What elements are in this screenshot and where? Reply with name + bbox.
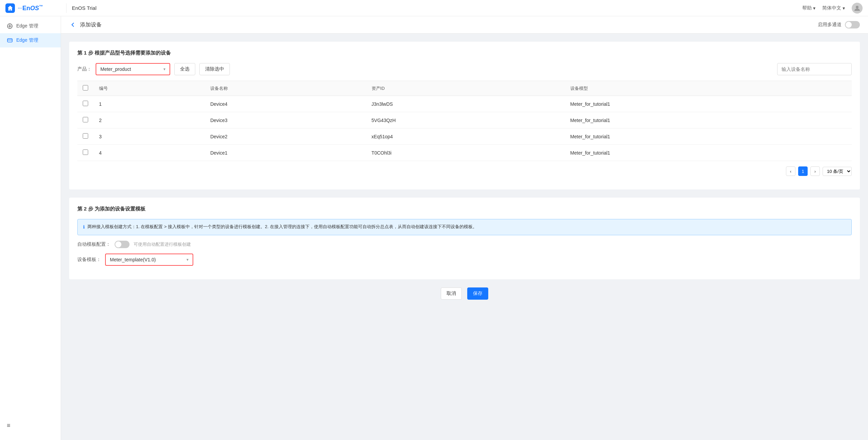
svg-point-0 bbox=[856, 6, 859, 8]
cell-device-name: Device4 bbox=[205, 96, 366, 112]
cell-asset-id: xEq51op4 bbox=[366, 128, 565, 145]
page-title: 添加设备 bbox=[80, 21, 102, 28]
template-dropdown-value: Meter_template(V1.0) bbox=[110, 257, 156, 262]
page-size-select[interactable]: 10 条/页 20 条/页 50 条/页 bbox=[823, 167, 852, 176]
template-form-row: 设备模板： Meter_template(V1.0) ▾ bbox=[77, 254, 852, 266]
main-content: 添加设备 启用多通道 第 1 步 根据产品型号选择需要添加的设备 产品： Met… bbox=[61, 16, 868, 440]
hamburger-icon: ≡ bbox=[7, 422, 11, 429]
sidebar-collapse-btn[interactable]: ≡ bbox=[0, 418, 61, 433]
product-dropdown[interactable]: Meter_product ▾ bbox=[96, 63, 170, 75]
col-device-name: 设备名称 bbox=[205, 81, 366, 96]
select-all-button[interactable]: 全选 bbox=[174, 63, 195, 75]
sidebar-item-edge-manage[interactable]: Edge 管理 bbox=[0, 33, 61, 47]
table-row: 3 Device2 xEq51op4 Meter_for_tutorial1 bbox=[77, 128, 852, 145]
enos-brand: ··· EnOS™ bbox=[18, 4, 43, 12]
cell-asset-id: 5VG43QzH bbox=[366, 112, 565, 128]
cancel-button[interactable]: 取消 bbox=[441, 287, 462, 300]
row-checkbox[interactable] bbox=[83, 101, 88, 106]
enos-wordmark: EnOS™ bbox=[22, 4, 43, 12]
back-button[interactable] bbox=[69, 21, 76, 28]
step2-section: 第 2 步 为添加的设备设置模板 ℹ 两种接入模板创建方式：1. 在模板配置 >… bbox=[69, 198, 860, 279]
product-dropdown-value: Meter_product bbox=[100, 66, 131, 72]
cell-device-name: Device3 bbox=[205, 112, 366, 128]
cell-asset-id: J3n3lwDS bbox=[366, 96, 565, 112]
home-icon[interactable] bbox=[5, 3, 15, 13]
footer-buttons: 取消 保存 bbox=[69, 287, 860, 300]
cell-device-model: Meter_for_tutorial1 bbox=[565, 145, 852, 161]
sidebar-item-edge-manage-top[interactable]: Edge 管理 bbox=[0, 19, 61, 33]
info-icon: ℹ bbox=[83, 224, 85, 231]
logo-area: ··· EnOS™ bbox=[5, 3, 66, 13]
device-search-input[interactable] bbox=[777, 63, 852, 75]
next-page-button[interactable]: › bbox=[810, 166, 820, 176]
template-label: 设备模板： bbox=[77, 257, 101, 263]
user-avatar[interactable] bbox=[852, 3, 863, 14]
device-table: 编号 设备名称 资产ID 设备模型 1 Device4 J3n3lwDS Met… bbox=[77, 81, 852, 161]
page-1-button[interactable]: 1 bbox=[798, 166, 808, 176]
app-title: EnOS Trial bbox=[72, 5, 97, 11]
step2-title: 第 2 步 为添加的设备设置模板 bbox=[77, 206, 852, 212]
enos-dots: ··· bbox=[18, 4, 22, 12]
table-row: 1 Device4 J3n3lwDS Meter_for_tutorial1 bbox=[77, 96, 852, 112]
step1-section: 第 1 步 根据产品型号选择需要添加的设备 产品： Meter_product … bbox=[69, 42, 860, 189]
header-right: 帮助 ▾ 简体中文 ▾ bbox=[802, 3, 863, 14]
sidebar-item-label-edge-top: Edge 管理 bbox=[16, 23, 38, 29]
row-checkbox[interactable] bbox=[83, 117, 88, 122]
auto-config-label: 自动模板配置： bbox=[77, 241, 111, 247]
cell-device-name: Device1 bbox=[205, 145, 366, 161]
language-menu[interactable]: 简体中文 ▾ bbox=[822, 5, 845, 11]
edge-icon bbox=[7, 37, 13, 43]
product-form-row: 产品： Meter_product ▾ 全选 清除选中 bbox=[77, 63, 852, 75]
product-label: 产品： bbox=[77, 66, 92, 72]
cell-num: 1 bbox=[94, 96, 205, 112]
template-dropdown-arrow-icon: ▾ bbox=[186, 257, 189, 262]
row-checkbox[interactable] bbox=[83, 133, 88, 139]
cell-device-name: Device2 bbox=[205, 128, 366, 145]
col-device-model: 设备模型 bbox=[565, 81, 852, 96]
auto-config-toggle[interactable] bbox=[115, 241, 130, 248]
cell-device-model: Meter_for_tutorial1 bbox=[565, 96, 852, 112]
sub-header-right: 启用多通道 bbox=[818, 21, 860, 28]
sub-header-left: 添加设备 bbox=[69, 21, 102, 28]
multi-channel-toggle[interactable] bbox=[845, 21, 860, 28]
multi-channel-label: 启用多通道 bbox=[818, 22, 842, 28]
svg-rect-2 bbox=[7, 39, 12, 42]
device-table-container: 编号 设备名称 资产ID 设备模型 1 Device4 J3n3lwDS Met… bbox=[77, 81, 852, 161]
save-button[interactable]: 保存 bbox=[467, 287, 488, 300]
sub-header: 添加设备 启用多通道 bbox=[61, 16, 868, 34]
cell-device-model: Meter_for_tutorial1 bbox=[565, 112, 852, 128]
prev-page-button[interactable]: ‹ bbox=[786, 166, 795, 176]
edge-top-icon bbox=[7, 23, 13, 29]
info-box: ℹ 两种接入模板创建方式：1. 在模板配置 > 接入模板中，针对一个类型的设备进… bbox=[77, 219, 852, 235]
row-checkbox[interactable] bbox=[83, 149, 88, 155]
pagination: ‹ 1 › 10 条/页 20 条/页 50 条/页 bbox=[77, 161, 852, 181]
content-area: 第 1 步 根据产品型号选择需要添加的设备 产品： Meter_product … bbox=[61, 34, 868, 308]
cell-num: 2 bbox=[94, 112, 205, 128]
info-text: 两种接入模板创建方式：1. 在模板配置 > 接入模板中，针对一个类型的设备进行模… bbox=[87, 223, 477, 231]
cell-num: 4 bbox=[94, 145, 205, 161]
app-header: ··· EnOS™ EnOS Trial 帮助 ▾ 简体中文 ▾ bbox=[0, 0, 868, 16]
template-dropdown[interactable]: Meter_template(V1.0) ▾ bbox=[105, 254, 193, 266]
main-layout: Edge 管理 Edge 管理 ≡ 添加设备 启用多通道 bbox=[0, 0, 868, 440]
step1-title: 第 1 步 根据产品型号选择需要添加的设备 bbox=[77, 50, 852, 56]
dropdown-arrow-icon: ▾ bbox=[163, 67, 165, 72]
cell-asset-id: T0COhl3i bbox=[366, 145, 565, 161]
clear-selection-button[interactable]: 清除选中 bbox=[199, 63, 230, 75]
sidebar-item-label-edge: Edge 管理 bbox=[16, 37, 38, 43]
auto-config-hint: 可使用自动配置进行模板创建 bbox=[134, 241, 191, 247]
table-row: 4 Device1 T0COhl3i Meter_for_tutorial1 bbox=[77, 145, 852, 161]
select-all-checkbox[interactable] bbox=[83, 85, 88, 91]
col-asset-id: 资产ID bbox=[366, 81, 565, 96]
help-menu[interactable]: 帮助 ▾ bbox=[802, 5, 815, 11]
sidebar: Edge 管理 Edge 管理 ≡ bbox=[0, 16, 61, 440]
table-row: 2 Device3 5VG43QzH Meter_for_tutorial1 bbox=[77, 112, 852, 128]
cell-device-model: Meter_for_tutorial1 bbox=[565, 128, 852, 145]
col-num: 编号 bbox=[94, 81, 205, 96]
auto-config-row: 自动模板配置： 可使用自动配置进行模板创建 bbox=[77, 241, 852, 248]
cell-num: 3 bbox=[94, 128, 205, 145]
